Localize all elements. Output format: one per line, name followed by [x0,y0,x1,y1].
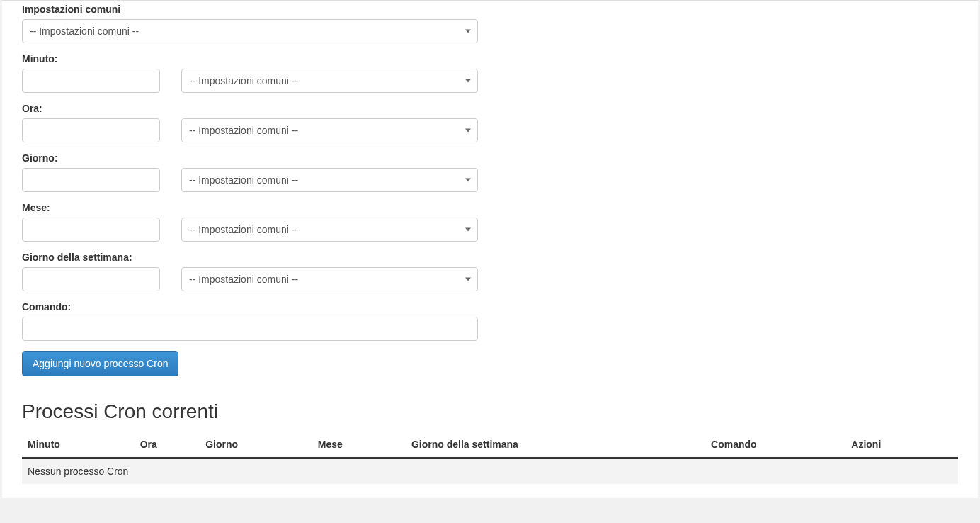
label-minute: Minuto: [22,53,478,64]
page-container: Impostazioni comuni -- Impostazioni comu… [2,0,978,498]
table-row-empty: Nessun processo Cron [22,458,958,484]
row-month: -- Impostazioni comuni -- [22,218,478,242]
input-command[interactable] [22,317,478,341]
label-day: Giorno: [22,152,478,164]
field-common-settings: Impostazioni comuni -- Impostazioni comu… [22,4,478,43]
field-minute: Minuto: -- Impostazioni comuni -- [22,53,478,93]
select-weekday[interactable]: -- Impostazioni comuni -- [181,267,478,291]
select-wrap-month: -- Impostazioni comuni -- [181,218,478,242]
cron-table-header-row: Minuto Ora Giorno Mese Giorno della sett… [22,432,958,458]
select-hour[interactable]: -- Impostazioni comuni -- [181,118,478,142]
cron-table-head: Minuto Ora Giorno Mese Giorno della sett… [22,432,958,458]
col-month: Mese [312,432,406,458]
select-wrap-minute: -- Impostazioni comuni -- [181,69,478,93]
select-wrap-hour: -- Impostazioni comuni -- [181,118,478,142]
col-minute: Minuto [22,432,135,458]
row-minute: -- Impostazioni comuni -- [22,69,478,93]
field-command: Comando: [22,301,478,341]
input-wrap-minute [22,69,160,93]
add-cron-button[interactable]: Aggiungi nuovo processo Cron [22,351,178,376]
select-wrap-day: -- Impostazioni comuni -- [181,168,478,192]
select-common-settings[interactable]: -- Impostazioni comuni -- [22,19,478,43]
label-common-settings: Impostazioni comuni [22,4,478,15]
select-wrap-common: -- Impostazioni comuni -- [22,19,478,43]
col-day: Giorno [200,432,312,458]
input-minute[interactable] [22,69,160,93]
field-hour: Ora: -- Impostazioni comuni -- [22,103,478,142]
field-month: Mese: -- Impostazioni comuni -- [22,202,478,242]
current-cron-title: Processi Cron correnti [2,376,978,432]
col-actions: Azioni [845,432,958,458]
cron-table-body: Nessun processo Cron [22,458,958,484]
row-day: -- Impostazioni comuni -- [22,168,478,192]
input-weekday[interactable] [22,267,160,291]
field-weekday: Giorno della settimana: -- Impostazioni … [22,252,478,291]
col-command: Comando [705,432,845,458]
input-wrap-month [22,218,160,242]
select-month[interactable]: -- Impostazioni comuni -- [181,218,478,242]
label-weekday: Giorno della settimana: [22,252,478,263]
input-day[interactable] [22,168,160,192]
col-weekday: Giorno della settimana [406,432,705,458]
empty-message: Nessun processo Cron [22,458,958,484]
row-hour: -- Impostazioni comuni -- [22,118,478,142]
select-wrap-weekday: -- Impostazioni comuni -- [181,267,478,291]
input-month[interactable] [22,218,160,242]
input-wrap-weekday [22,267,160,291]
select-minute[interactable]: -- Impostazioni comuni -- [181,69,478,93]
cron-table: Minuto Ora Giorno Mese Giorno della sett… [22,432,958,484]
cron-form: Impostazioni comuni -- Impostazioni comu… [2,1,498,376]
field-day: Giorno: -- Impostazioni comuni -- [22,152,478,192]
input-hour[interactable] [22,118,160,142]
col-hour: Ora [135,432,200,458]
input-wrap-day [22,168,160,192]
select-day[interactable]: -- Impostazioni comuni -- [181,168,478,192]
row-weekday: -- Impostazioni comuni -- [22,267,478,291]
label-month: Mese: [22,202,478,213]
input-wrap-hour [22,118,160,142]
label-hour: Ora: [22,103,478,114]
label-command: Comando: [22,301,478,313]
